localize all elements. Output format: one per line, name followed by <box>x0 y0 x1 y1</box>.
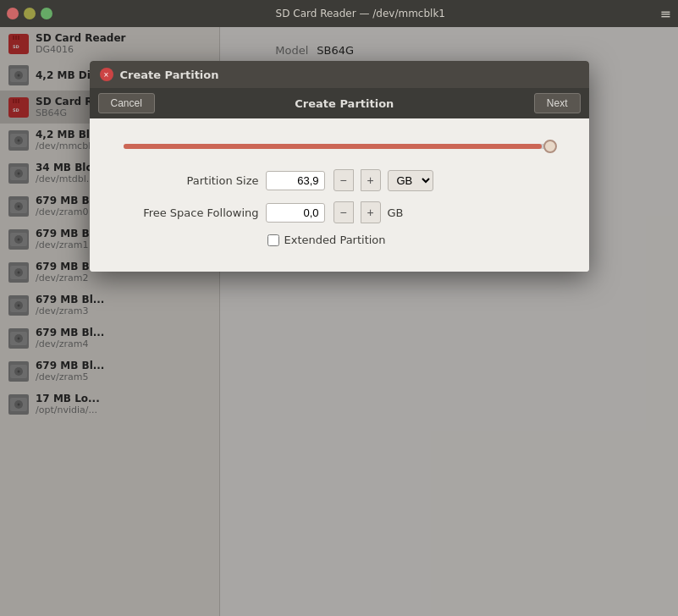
extended-partition-label: Extended Partition <box>284 234 386 246</box>
partition-size-input[interactable] <box>266 171 325 190</box>
close-button[interactable] <box>7 8 19 19</box>
modal-body: Partition Size − + MB GB TB Free Space F… <box>90 118 589 272</box>
slider-track[interactable] <box>124 144 555 149</box>
extended-partition-row: Extended Partition <box>267 234 555 246</box>
modal-overlay: × Create Partition Cancel Create Partiti… <box>0 27 678 616</box>
titlebar-buttons <box>7 8 52 19</box>
extended-partition-checkbox[interactable] <box>267 234 279 246</box>
modal-titlebar-title: Create Partition <box>120 69 579 81</box>
partition-size-decrement-button[interactable]: − <box>333 169 354 191</box>
next-button[interactable]: Next <box>534 93 581 113</box>
modal-toolbar-title: Create Partition <box>162 97 527 110</box>
partition-size-unit-select[interactable]: MB GB TB <box>388 170 433 191</box>
partition-size-label: Partition Size <box>124 174 259 187</box>
modal-toolbar: Cancel Create Partition Next <box>90 88 589 118</box>
free-space-row: Free Space Following − + GB <box>124 201 555 223</box>
window-title: SD Card Reader — /dev/mmcblk1 <box>61 8 660 19</box>
minimize-button[interactable] <box>24 8 36 19</box>
cancel-button[interactable]: Cancel <box>98 93 155 113</box>
partition-size-row: Partition Size − + MB GB TB <box>124 169 555 191</box>
free-space-input[interactable] <box>266 203 325 223</box>
modal-close-button[interactable]: × <box>100 68 113 81</box>
menu-icon[interactable]: ≡ <box>660 6 671 22</box>
maximize-button[interactable] <box>41 8 52 19</box>
free-space-increment-button[interactable]: + <box>361 201 381 223</box>
modal-titlebar: × Create Partition <box>90 61 589 88</box>
partition-size-increment-button[interactable]: + <box>361 169 381 191</box>
free-space-unit: GB <box>388 206 404 219</box>
create-partition-modal: × Create Partition Cancel Create Partiti… <box>90 61 589 272</box>
partition-size-slider-container <box>124 144 555 149</box>
free-space-label: Free Space Following <box>124 206 259 219</box>
titlebar: SD Card Reader — /dev/mmcblk1 ≡ <box>0 0 678 27</box>
slider-thumb[interactable] <box>543 140 557 153</box>
slider-fill <box>124 144 543 149</box>
free-space-decrement-button[interactable]: − <box>333 201 354 223</box>
